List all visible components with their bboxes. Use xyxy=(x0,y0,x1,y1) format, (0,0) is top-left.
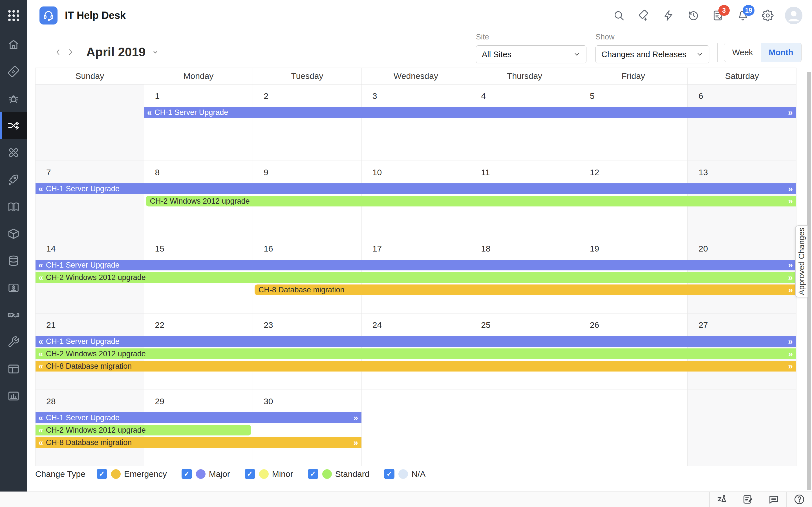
change-type-dot xyxy=(259,469,269,479)
day-cell[interactable]: 3 xyxy=(361,84,470,161)
continues-right-icon: » xyxy=(788,108,793,117)
event-label: CH-1 Server Upgrade xyxy=(46,337,119,346)
show-dropdown[interactable]: Changes and Releases xyxy=(596,45,709,63)
checkbox-standard[interactable]: ✓ xyxy=(308,469,318,479)
reports-icon[interactable] xyxy=(0,383,27,409)
event-bar[interactable]: «CH-1 Server Upgrade» xyxy=(36,412,361,423)
sidebar xyxy=(0,0,27,492)
event-bar[interactable]: «CH-8 Database migration» xyxy=(36,361,796,372)
day-cell[interactable] xyxy=(36,84,144,161)
next-month-button[interactable] xyxy=(64,44,77,60)
prev-month-button[interactable] xyxy=(52,44,64,60)
event-bar[interactable]: «CH-2 Windows 2012 upgrade» xyxy=(36,348,796,359)
purchases-icon[interactable] xyxy=(0,274,27,301)
settings-icon[interactable] xyxy=(762,10,774,21)
headset-icon xyxy=(40,6,57,24)
continues-left-icon: « xyxy=(38,273,43,282)
day-cell[interactable] xyxy=(470,390,579,466)
day-cell[interactable]: 6 xyxy=(688,84,796,161)
event-bar[interactable]: CH-8 Database migration» xyxy=(255,284,796,295)
help-icon[interactable] xyxy=(786,492,812,507)
event-bar[interactable]: «CH-2 Windows 2012 upgrade xyxy=(36,425,251,436)
changes-icon[interactable] xyxy=(0,112,27,139)
assets-icon[interactable] xyxy=(0,220,27,247)
continues-right-icon: » xyxy=(788,260,793,270)
day-cell[interactable]: 2 xyxy=(253,84,361,161)
day-number: 14 xyxy=(46,244,56,253)
sidebar-items xyxy=(0,31,27,409)
event-bar[interactable]: «CH-8 Database migration» xyxy=(36,437,361,448)
toolbar-divider xyxy=(717,43,718,62)
event-bar[interactable]: «CH-1 Server Upgrade» xyxy=(36,336,796,347)
day-number: 22 xyxy=(155,320,164,330)
week-row: 14151617181920«CH-1 Server Upgrade»«CH-2… xyxy=(36,237,796,314)
checkbox-minor[interactable]: ✓ xyxy=(245,469,255,479)
event-bar[interactable]: «CH-1 Server Upgrade» xyxy=(144,107,796,118)
legend-item: ✓N/A xyxy=(384,469,425,479)
calendar-toolbar: April 2019 Site All Sites Show Changes a… xyxy=(27,31,812,68)
home-icon[interactable] xyxy=(0,31,27,58)
day-cell[interactable]: 4 xyxy=(470,84,579,161)
month-picker-caret[interactable] xyxy=(152,48,159,56)
legend-label: N/A xyxy=(411,469,425,479)
day-number: 7 xyxy=(46,168,51,177)
change-type-dot xyxy=(322,469,332,479)
zia-icon[interactable] xyxy=(709,492,735,507)
approvals-icon[interactable]: 3 xyxy=(712,10,724,21)
week-view-button[interactable]: Week xyxy=(724,43,761,62)
quick-actions-icon[interactable] xyxy=(663,10,674,21)
day-number: 9 xyxy=(264,168,268,177)
site-label: Site xyxy=(476,33,587,41)
day-header: Monday xyxy=(144,68,253,84)
event-bar[interactable]: «CH-1 Server Upgrade» xyxy=(36,260,796,270)
day-cell[interactable]: 5 xyxy=(579,84,688,161)
form-edit-icon[interactable] xyxy=(735,492,761,507)
checkbox-emergency[interactable]: ✓ xyxy=(97,469,107,479)
day-header: Thursday xyxy=(470,68,579,84)
contracts-icon[interactable] xyxy=(0,301,27,328)
change-type-dot xyxy=(196,469,206,479)
continues-left-icon: « xyxy=(38,438,43,447)
vertical-scrollbar[interactable] xyxy=(807,72,811,490)
problems-icon[interactable] xyxy=(0,85,27,112)
day-cell[interactable]: 7 xyxy=(36,161,144,237)
requests-icon[interactable] xyxy=(0,58,27,85)
app-grid-icon[interactable] xyxy=(0,0,27,31)
checkbox-na[interactable]: ✓ xyxy=(384,469,395,479)
calendar-weeks: 123456«CH-1 Server Upgrade»78910111213«C… xyxy=(36,84,796,466)
calendar-grid: SundayMondayTuesdayWednesdayThursdayFrid… xyxy=(35,68,797,466)
week-row: 123456«CH-1 Server Upgrade» xyxy=(36,84,796,161)
month-view-button[interactable]: Month xyxy=(761,43,801,62)
add-ticket-icon[interactable] xyxy=(638,10,650,21)
releases-icon[interactable] xyxy=(0,166,27,193)
day-number: 2 xyxy=(264,91,268,101)
day-number: 13 xyxy=(698,168,708,177)
day-cell[interactable]: 1 xyxy=(144,84,253,161)
day-header-row: SundayMondayTuesdayWednesdayThursdayFrid… xyxy=(36,68,796,84)
approved-changes-tab[interactable]: Approved Changes xyxy=(795,225,808,297)
site-dropdown[interactable]: All Sites xyxy=(476,45,587,63)
user-avatar[interactable] xyxy=(785,7,802,24)
cmdb-icon[interactable] xyxy=(0,247,27,274)
continues-left-icon: « xyxy=(38,337,43,346)
week-row: 282930«CH-1 Server Upgrade»«CH-2 Windows… xyxy=(36,390,796,466)
checkbox-major[interactable]: ✓ xyxy=(182,469,192,479)
continues-right-icon: » xyxy=(354,413,358,422)
event-bar[interactable]: CH-2 Windows 2012 upgrade» xyxy=(146,196,796,207)
feedback-icon[interactable] xyxy=(761,492,786,507)
continues-right-icon: » xyxy=(788,273,793,282)
history-icon[interactable] xyxy=(688,10,699,21)
day-cell[interactable]: 30 xyxy=(253,390,361,466)
solutions-icon[interactable] xyxy=(0,193,27,220)
admin-icon[interactable] xyxy=(0,328,27,355)
projects-icon[interactable] xyxy=(0,139,27,166)
continues-left-icon: « xyxy=(38,413,43,422)
day-cell[interactable] xyxy=(579,390,688,466)
custom-views-icon[interactable] xyxy=(0,355,27,383)
day-cell[interactable] xyxy=(361,390,470,466)
search-icon[interactable] xyxy=(613,10,625,21)
notifications-icon[interactable]: 19 xyxy=(737,10,749,21)
event-bar[interactable]: «CH-2 Windows 2012 upgrade» xyxy=(36,272,796,283)
event-bar[interactable]: «CH-1 Server Upgrade» xyxy=(36,183,796,194)
day-cell[interactable] xyxy=(688,390,796,466)
